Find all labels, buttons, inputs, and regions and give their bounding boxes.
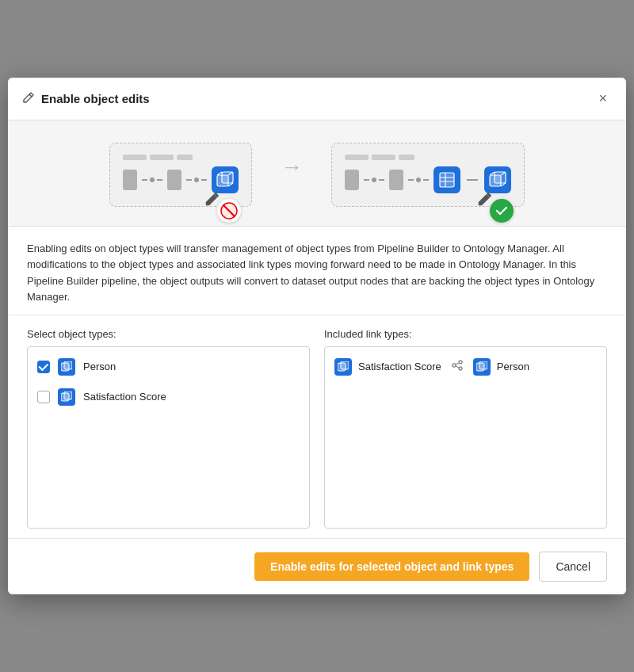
svg-rect-15 [64,391,72,399]
satisfaction-obj-icon [58,388,75,406]
satisfaction-link-icon [334,358,352,376]
satisfaction-link-label: Satisfaction Score [358,361,441,372]
checkbox-person[interactable] [37,361,50,373]
before-diagram [109,143,252,207]
arrow-icon: → [281,155,303,180]
confirm-button[interactable]: Enable edits for selected object and lin… [254,552,529,581]
svg-line-21 [456,363,459,365]
selection-section: Select object types: Person [8,315,626,538]
link-types-panel: Included link types: Satisfaction Score [324,328,607,529]
object-types-label: Select object types: [27,328,310,340]
description-section: Enabling edits on object types will tran… [8,227,626,315]
svg-line-22 [456,366,459,368]
link-types-list: Satisfaction Score [324,346,607,529]
dialog-header: Enable object edits × [8,78,626,120]
check-badge [490,199,514,223]
satisfaction-label: Satisfaction Score [83,391,166,403]
no-sign-badge [217,199,241,223]
svg-point-20 [453,364,456,367]
object-types-panel: Select object types: Person [27,328,310,529]
cancel-button[interactable]: Cancel [539,552,607,582]
person-link-label: Person [497,361,529,372]
list-item-person[interactable]: Person [28,352,309,382]
svg-point-18 [459,361,462,364]
list-item-satisfaction[interactable]: Satisfaction Score [28,382,309,412]
person-obj-icon [58,358,75,376]
after-diagram [331,143,525,207]
checkbox-satisfaction[interactable] [37,391,50,403]
dialog-footer: Enable edits for selected object and lin… [8,538,626,594]
diagram-section: → [8,120,626,227]
description-text: Enabling edits on object types will tran… [27,241,607,305]
svg-rect-17 [341,361,349,369]
close-button[interactable]: × [594,89,612,109]
person-label: Person [83,361,116,372]
svg-rect-6 [440,173,454,187]
dialog-title: Enable object edits [41,92,150,105]
svg-rect-24 [479,361,487,369]
svg-point-19 [459,367,462,370]
enable-object-edits-dialog: Enable object edits × [8,78,626,594]
edit-icon [22,91,35,107]
link-types-label: Included link types: [324,328,607,340]
after-table-icon [433,166,460,193]
included-item-satisfaction: Satisfaction Score [325,352,606,382]
share-icon [451,359,464,374]
header-left: Enable object edits [22,91,150,107]
svg-rect-13 [64,361,72,369]
object-types-list: Person Satisfaction Score [27,346,310,529]
person-link-icon [473,358,491,376]
